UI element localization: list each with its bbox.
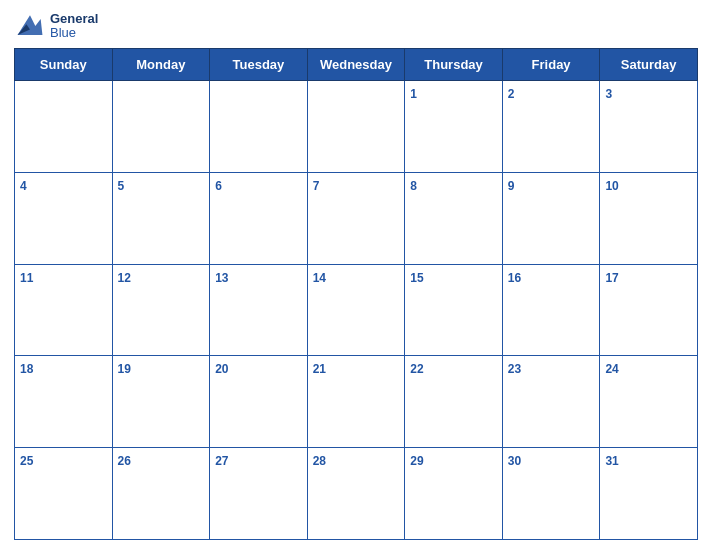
calendar-cell: 1 [405, 81, 503, 173]
logo-icon [14, 10, 46, 42]
calendar-table: SundayMondayTuesdayWednesdayThursdayFrid… [14, 48, 698, 540]
calendar-cell: 8 [405, 172, 503, 264]
calendar-cell [210, 81, 308, 173]
calendar-cell: 18 [15, 356, 113, 448]
day-number: 10 [605, 179, 618, 193]
day-number: 5 [118, 179, 125, 193]
day-number: 18 [20, 362, 33, 376]
calendar-cell: 3 [600, 81, 698, 173]
weekday-header-saturday: Saturday [600, 49, 698, 81]
day-number: 12 [118, 271, 131, 285]
calendar-cell: 30 [502, 448, 600, 540]
calendar-cell: 5 [112, 172, 210, 264]
weekday-header-monday: Monday [112, 49, 210, 81]
week-row-3: 11121314151617 [15, 264, 698, 356]
calendar-cell: 31 [600, 448, 698, 540]
calendar-cell: 29 [405, 448, 503, 540]
weekday-header-row: SundayMondayTuesdayWednesdayThursdayFrid… [15, 49, 698, 81]
day-number: 16 [508, 271, 521, 285]
day-number: 11 [20, 271, 33, 285]
calendar-header: General Blue [14, 10, 698, 42]
logo-text: General Blue [50, 12, 98, 41]
day-number: 17 [605, 271, 618, 285]
calendar-cell: 9 [502, 172, 600, 264]
calendar-cell: 10 [600, 172, 698, 264]
logo: General Blue [14, 10, 98, 42]
weekday-header-thursday: Thursday [405, 49, 503, 81]
calendar-cell: 25 [15, 448, 113, 540]
calendar-cell: 21 [307, 356, 405, 448]
week-row-4: 18192021222324 [15, 356, 698, 448]
calendar-cell: 13 [210, 264, 308, 356]
day-number: 4 [20, 179, 27, 193]
day-number: 30 [508, 454, 521, 468]
day-number: 6 [215, 179, 222, 193]
calendar-cell: 19 [112, 356, 210, 448]
calendar-cell: 28 [307, 448, 405, 540]
day-number: 22 [410, 362, 423, 376]
weekday-header-tuesday: Tuesday [210, 49, 308, 81]
calendar-cell: 17 [600, 264, 698, 356]
weekday-header-wednesday: Wednesday [307, 49, 405, 81]
day-number: 21 [313, 362, 326, 376]
week-row-5: 25262728293031 [15, 448, 698, 540]
day-number: 28 [313, 454, 326, 468]
day-number: 25 [20, 454, 33, 468]
calendar-cell [307, 81, 405, 173]
calendar-page: General Blue SundayMondayTuesdayWednesda… [0, 0, 712, 550]
calendar-cell: 14 [307, 264, 405, 356]
calendar-cell: 7 [307, 172, 405, 264]
day-number: 26 [118, 454, 131, 468]
calendar-cell: 20 [210, 356, 308, 448]
day-number: 24 [605, 362, 618, 376]
calendar-cell: 11 [15, 264, 113, 356]
week-row-1: 123 [15, 81, 698, 173]
weekday-header-friday: Friday [502, 49, 600, 81]
calendar-cell: 27 [210, 448, 308, 540]
day-number: 3 [605, 87, 612, 101]
calendar-cell: 16 [502, 264, 600, 356]
day-number: 20 [215, 362, 228, 376]
day-number: 23 [508, 362, 521, 376]
day-number: 29 [410, 454, 423, 468]
calendar-cell: 2 [502, 81, 600, 173]
day-number: 1 [410, 87, 417, 101]
day-number: 27 [215, 454, 228, 468]
calendar-cell: 4 [15, 172, 113, 264]
calendar-cell [15, 81, 113, 173]
calendar-cell: 22 [405, 356, 503, 448]
day-number: 7 [313, 179, 320, 193]
day-number: 13 [215, 271, 228, 285]
calendar-cell [112, 81, 210, 173]
calendar-cell: 24 [600, 356, 698, 448]
week-row-2: 45678910 [15, 172, 698, 264]
calendar-cell: 23 [502, 356, 600, 448]
weekday-header-sunday: Sunday [15, 49, 113, 81]
day-number: 8 [410, 179, 417, 193]
day-number: 19 [118, 362, 131, 376]
calendar-cell: 26 [112, 448, 210, 540]
day-number: 15 [410, 271, 423, 285]
day-number: 14 [313, 271, 326, 285]
day-number: 2 [508, 87, 515, 101]
day-number: 9 [508, 179, 515, 193]
calendar-cell: 12 [112, 264, 210, 356]
calendar-cell: 15 [405, 264, 503, 356]
day-number: 31 [605, 454, 618, 468]
calendar-cell: 6 [210, 172, 308, 264]
